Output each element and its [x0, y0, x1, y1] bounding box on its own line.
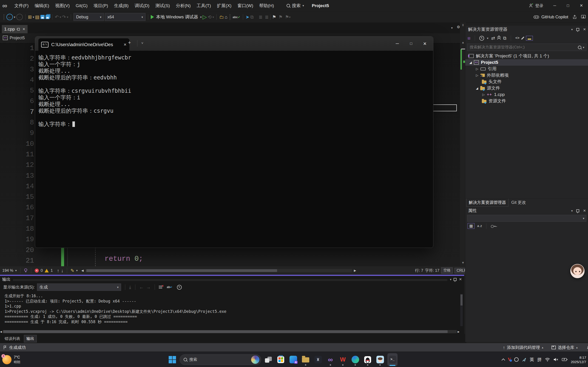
indent-increase-icon[interactable]: ≣: [265, 15, 269, 19]
menu-item[interactable]: 文件(F): [11, 3, 32, 8]
expander-expanded-icon[interactable]: ◢: [476, 86, 478, 90]
clipboard-icon[interactable]: ⧉: [250, 15, 253, 19]
indent-decrease-icon[interactable]: ≣: [259, 15, 263, 19]
close-button[interactable]: ✕: [575, 0, 588, 11]
ai-assistant-app-button[interactable]: AI: [288, 353, 298, 366]
zoom-level[interactable]: 194 %: [2, 268, 13, 273]
tree-item-project[interactable]: ◢ ++ Project5: [465, 59, 588, 66]
output-source-dropdown[interactable]: 生成 ▾: [37, 284, 121, 291]
navigate-back-icon[interactable]: ←: [6, 14, 13, 20]
menu-item[interactable]: 生成(B): [111, 3, 131, 8]
previous-bookmark-icon[interactable]: ⚑: [278, 15, 283, 19]
tray-app-v-icon[interactable]: V: [508, 357, 511, 362]
editor-horizontal-scrollbar[interactable]: [86, 269, 352, 272]
document-tab[interactable]: 1.cpp ✕: [2, 25, 27, 33]
tray-app-ring-icon[interactable]: [514, 357, 519, 362]
panel-drag-handle[interactable]: [13, 279, 448, 281]
warning-count[interactable]: 1: [51, 268, 53, 273]
edge-button[interactable]: [350, 353, 360, 366]
maximize-icon[interactable]: □: [404, 37, 418, 50]
scroll-up-arrow-icon[interactable]: ▲: [462, 41, 465, 44]
chevron-down-icon[interactable]: ▾: [450, 278, 451, 281]
tree-item-resource-files[interactable]: 资源文件: [465, 98, 588, 104]
close-icon[interactable]: ✕: [418, 37, 432, 50]
file-explorer-button[interactable]: [301, 353, 311, 366]
scroll-left-arrow-icon[interactable]: ◀: [0, 331, 2, 333]
previous-message-icon[interactable]: ←: [139, 285, 144, 289]
save-icon[interactable]: [40, 15, 44, 19]
tree-item-source-files[interactable]: ◢ 源文件: [465, 85, 588, 91]
solution-search-box[interactable]: ▾: [467, 44, 586, 51]
timestamp-icon[interactable]: [177, 285, 182, 290]
next-issue-arrow-icon[interactable]: ↓: [61, 268, 63, 273]
menu-item[interactable]: 编辑(E): [32, 3, 52, 8]
tab-error-list[interactable]: 错误列表: [2, 335, 23, 342]
alphabetical-sort-icon[interactable]: A↓Z: [477, 225, 482, 227]
close-icon[interactable]: ✕: [22, 27, 25, 31]
terminal-title-bar[interactable]: C:\ C:\Users\admin\OneDrive\Des ✕ + ˅ ─ …: [35, 36, 433, 51]
output-log[interactable]: 生成开始于 8:16...1>------ 已启动生成: 项目: Project…: [0, 292, 464, 324]
scroll-right-arrow-icon[interactable]: ▶: [354, 269, 356, 272]
scrollbar-thumb[interactable]: [3, 330, 447, 333]
error-count-icon[interactable]: ✕: [35, 268, 39, 273]
menu-item[interactable]: 工具(T): [194, 3, 214, 8]
chevron-down-icon[interactable]: ▾: [33, 15, 34, 19]
location-arrow-icon[interactable]: [522, 357, 527, 362]
weather-widget[interactable]: 3 7°C 晴朗: [2, 352, 20, 367]
chevron-down-icon[interactable]: ▾: [15, 269, 17, 272]
terminal-output[interactable]: 输入字符串：eedvbhhjbhrgfewcbr 输入一个字符：j 截断处理..…: [35, 51, 433, 131]
battery-charging-icon[interactable]: [562, 358, 568, 361]
scroll-down-arrow-icon[interactable]: ▼: [462, 261, 465, 264]
word-wrap-icon[interactable]: ab↵: [167, 285, 172, 289]
terminal-app-button[interactable]: >_: [387, 353, 398, 366]
new-project-icon[interactable]: ⊞: [28, 15, 32, 19]
search-input[interactable]: [469, 45, 578, 50]
close-icon[interactable]: ✕: [583, 209, 586, 213]
tree-item-solution[interactable]: 解决方案 'Project5' (1 个项目, 共 1 个): [465, 53, 588, 59]
show-all-files-toggle[interactable]: [526, 36, 533, 41]
toolbar-drag-handle[interactable]: [3, 14, 5, 20]
save-all-icon[interactable]: [45, 15, 50, 19]
solution-platform-dropdown[interactable]: x64 ▾: [105, 13, 146, 21]
tree-item-external-deps[interactable]: ▷ 外部依赖项: [465, 72, 588, 78]
share-icon[interactable]: [572, 15, 577, 19]
pin-icon[interactable]: [576, 209, 579, 212]
select-cursor-icon[interactable]: ➤: [246, 15, 250, 19]
tab-output[interactable]: 输出: [24, 335, 37, 342]
task-view-button[interactable]: [263, 353, 273, 366]
chevron-down-icon[interactable]: ▾: [76, 269, 78, 272]
expander-collapsed-icon[interactable]: ▷: [476, 67, 478, 71]
add-to-source-control-button[interactable]: ↑ 添加到源代码管理 ▴: [503, 345, 544, 350]
volume-muted-icon[interactable]: [553, 358, 559, 361]
filter-pen-icon[interactable]: ✎: [70, 268, 74, 273]
collapse-all-icon[interactable]: [498, 36, 500, 40]
tray-clock[interactable]: 8:17 2025/12/7: [571, 355, 586, 364]
abc-check-icon[interactable]: abc✓: [233, 15, 240, 19]
redo-icon[interactable]: ↷: [62, 15, 66, 19]
next-message-icon[interactable]: →: [146, 285, 151, 289]
tree-item-header-files[interactable]: 头文件: [465, 78, 588, 85]
hidden-icons-chevron[interactable]: [502, 358, 505, 362]
terminal-tab[interactable]: C:\ C:\Users\admin\OneDrive\Des ✕: [38, 38, 129, 51]
notifications-button[interactable]: 1: [587, 345, 588, 350]
start-debugging-button[interactable]: 本地 Windows 调试器 ▾: [151, 14, 201, 20]
menu-item[interactable]: 测试(S): [152, 3, 173, 8]
maximize-button[interactable]: □: [561, 0, 575, 11]
chevron-down-icon[interactable]: ▾: [571, 209, 573, 213]
start-without-debugging-icon[interactable]: ▷: [203, 14, 207, 20]
github-copilot-button[interactable]: GitHub Copilot: [534, 15, 568, 19]
search-menu-button[interactable]: 搜索 ▾: [286, 3, 304, 9]
menu-item[interactable]: 窗口(W): [234, 3, 256, 8]
splitter-handle-icon[interactable]: ⇕: [462, 23, 464, 27]
pending-changes-filter-icon[interactable]: [479, 36, 484, 41]
menu-item[interactable]: 项目(P): [91, 3, 111, 8]
tree-item-cpp-file[interactable]: ▷ ++ 1.cpp: [465, 91, 588, 98]
document-dropdown-icon[interactable]: ▾: [451, 26, 453, 30]
cursor-line-indicator[interactable]: 行: 7: [415, 268, 423, 273]
tree-item-references[interactable]: ▷ 引用: [465, 66, 588, 72]
taskbar-search-box[interactable]: 搜索: [180, 354, 261, 365]
select-repository-button[interactable]: 选择仓库 ▴: [552, 345, 578, 350]
pin-icon[interactable]: [454, 278, 457, 281]
visual-studio-button[interactable]: ∞: [325, 353, 336, 366]
expander-collapsed-icon[interactable]: ▷: [482, 93, 485, 96]
